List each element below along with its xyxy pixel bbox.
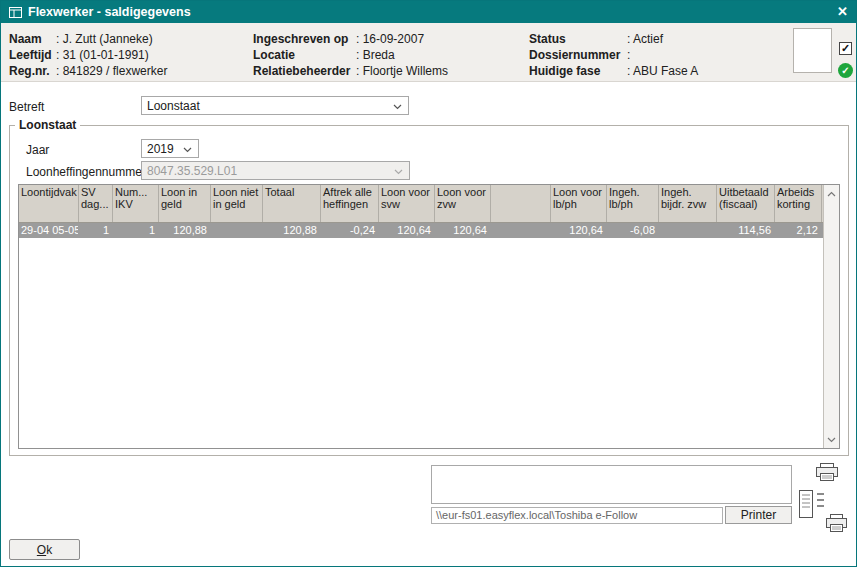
- column-header: Totaal: [263, 185, 321, 222]
- info-label: Relatiebeheerder: [253, 64, 356, 80]
- loonstaat-groupbox: Loonstaat Jaar 2019 Loonheffingennummer …: [9, 125, 849, 456]
- column-header: Loontijdvak: [19, 185, 79, 222]
- info-label: Dossiernummer: [529, 48, 627, 64]
- cell-loon-voor-svw: 120,64: [379, 223, 435, 238]
- loonheffingennummer-dropdown-value: 8047.35.529.L01: [147, 164, 237, 178]
- dash-marks-icon: [817, 493, 824, 511]
- cell-loon-in-geld: 120,88: [159, 223, 211, 238]
- info-value: : 16-09-2007: [356, 32, 448, 48]
- column-header: Arbeids korting: [775, 185, 822, 222]
- column-header: Loon voor svw: [379, 185, 435, 222]
- column-header: Aftrek alle heffingen: [321, 185, 379, 222]
- column-header: Uitbetaald (fiscaal): [717, 185, 775, 222]
- window-title: Flexwerker - saldigegevens: [28, 5, 191, 19]
- cell-loontijdvak: 29-04 05-05: [19, 223, 79, 238]
- info-value: : Floortje Willems: [356, 64, 448, 80]
- cell-sv-dagen: 1: [79, 223, 113, 238]
- printer-button[interactable]: Printer: [725, 506, 792, 524]
- info-label: Reg.nr.: [9, 64, 56, 80]
- chevron-down-icon: [394, 164, 403, 178]
- groupbox-title: Loonstaat: [15, 118, 80, 132]
- column-header: Num... IKV: [113, 185, 159, 222]
- info-value: : Actief: [627, 32, 698, 48]
- column-header: Ingeh. bijdr. zvw: [659, 185, 717, 222]
- header-checkbox[interactable]: ✓: [839, 42, 852, 55]
- info-label: Naam: [9, 32, 56, 48]
- jaar-dropdown-value: 2019: [147, 142, 174, 156]
- cell-ingeh-bijdr-zvw: [659, 223, 717, 238]
- info-value: :: [627, 48, 698, 64]
- info-value: : Breda: [356, 48, 448, 64]
- column-header: Loon niet in geld: [211, 185, 263, 222]
- cell-ingeh-lbph: -6,08: [607, 223, 659, 238]
- info-label: Ingeschreven op: [253, 32, 356, 48]
- printer-icon: [814, 462, 840, 482]
- table-header-row: Loontijdvak SV dag... Num... IKV Loon in…: [19, 185, 823, 223]
- photo-placeholder: [793, 28, 832, 73]
- cell-nummer-ikv: 1: [113, 223, 159, 238]
- info-label: Status: [529, 32, 627, 48]
- loonheffingennummer-dropdown[interactable]: 8047.35.529.L01: [141, 161, 410, 180]
- cell-loon-voor-lbph: 120,64: [551, 223, 607, 238]
- column-header: Loon voor lb/ph: [551, 185, 607, 222]
- betreft-dropdown-value: Loonstaat: [147, 99, 200, 113]
- output-textbox[interactable]: [431, 465, 792, 504]
- cell-loon-niet-in-geld: [211, 223, 263, 238]
- cell-blank: [491, 223, 551, 238]
- info-column-personal: Naam: J. Zutt (Janneke) Leeftijd: 31 (01…: [9, 32, 167, 80]
- page-icon: [798, 489, 814, 519]
- loonstaat-table: Loontijdvak SV dag... Num... IKV Loon in…: [18, 184, 840, 449]
- cell-aftrek-alle-heffingen: -0,24: [321, 223, 379, 238]
- betreft-label: Betreft: [9, 100, 44, 114]
- cell-totaal: 120,88: [263, 223, 321, 238]
- titlebar: Flexwerker - saldigegevens ✕: [1, 1, 856, 23]
- info-value: : ABU Fase A: [627, 64, 698, 80]
- info-value: : J. Zutt (Janneke): [56, 32, 167, 48]
- column-header: Ingeh. lb/ph: [607, 185, 659, 222]
- cell-loon-voor-zvw: 120,64: [435, 223, 491, 238]
- column-header: SV dag...: [79, 185, 113, 222]
- ok-button[interactable]: Ok: [9, 539, 80, 560]
- jaar-dropdown[interactable]: 2019: [141, 139, 199, 158]
- print-button[interactable]: [807, 459, 847, 485]
- table-content: Loontijdvak SV dag... Num... IKV Loon in…: [19, 185, 823, 448]
- info-value: : 841829 / flexwerker: [56, 64, 167, 80]
- info-column-status: Status: Actief Dossiernummer: Huidige fa…: [529, 32, 698, 80]
- column-header: [491, 185, 551, 222]
- cell-uitbetaald-fiscaal: 114,56: [717, 223, 775, 238]
- scroll-down-button[interactable]: [824, 432, 839, 447]
- column-header: Loon in geld: [159, 185, 211, 222]
- chevron-down-icon: [393, 99, 402, 113]
- info-label: Locatie: [253, 48, 356, 64]
- info-label: Huidige fase: [529, 64, 627, 80]
- status-ok-icon: ✓: [838, 63, 853, 78]
- header-info-panel: Naam: J. Zutt (Janneke) Leeftijd: 31 (01…: [1, 23, 856, 82]
- ok-button-label: Ok: [37, 543, 52, 557]
- info-column-registration: Ingeschreven op: 16-09-2007 Locatie: Bre…: [253, 32, 448, 80]
- window-icon: [9, 7, 22, 18]
- jaar-label: Jaar: [26, 143, 49, 157]
- printer-select-button[interactable]: [795, 487, 851, 535]
- table-row-selected[interactable]: 29-04 05-05 1 1 120,88 120,88 -0,24 120,…: [19, 223, 823, 238]
- info-value: : 31 (01-01-1991): [56, 48, 167, 64]
- scroll-up-button[interactable]: [824, 186, 839, 201]
- close-button[interactable]: ✕: [837, 1, 848, 23]
- vertical-scrollbar[interactable]: [823, 185, 839, 448]
- flexwerker-saldigegevens-window: Flexwerker - saldigegevens ✕ Naam: J. Zu…: [0, 0, 857, 567]
- loonheffingennummer-label: Loonheffingennummer: [26, 165, 146, 179]
- printer-small-icon: [825, 513, 849, 533]
- betreft-dropdown[interactable]: Loonstaat: [141, 96, 409, 115]
- cell-arbeidskorting: 2,12: [775, 223, 822, 238]
- chevron-down-icon: [183, 142, 192, 156]
- info-label: Leeftijd: [9, 48, 56, 64]
- printer-path-field[interactable]: \\eur-fs01.easyflex.local\Toshiba e-Foll…: [431, 507, 723, 524]
- column-header: Loon voor zvw: [435, 185, 491, 222]
